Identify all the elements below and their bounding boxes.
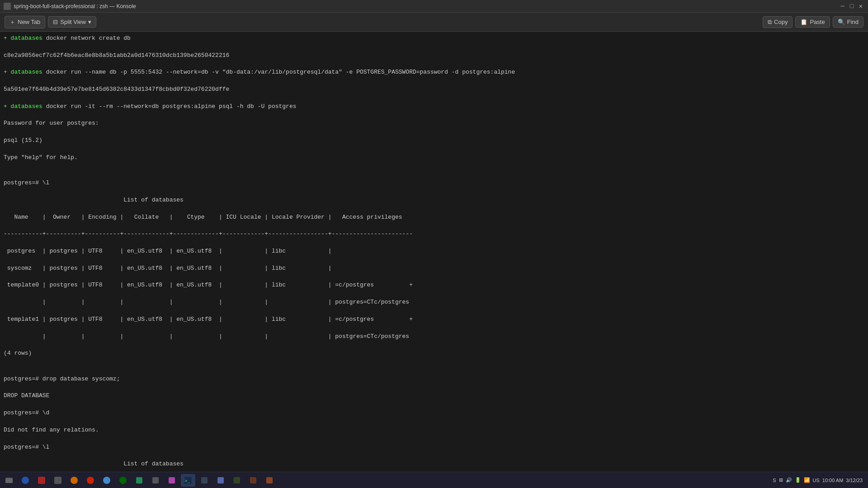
system-tray: S ⊞ 🔊 🔋 📶 US 10:00 AM 3/12/23 [773,477,866,483]
paste-label: Paste [810,19,825,25]
taskbar-app-5[interactable] [83,474,98,487]
new-tab-icon: ＋ [9,18,15,26]
window-controls[interactable]: ─ □ ✕ [839,3,864,10]
svg-point-8 [119,477,127,484]
taskbar-app-11[interactable] [197,474,212,487]
tray-icon-5: 📶 [804,477,810,483]
svg-text:>_: >_ [185,479,190,483]
app-icon [4,3,11,10]
new-tab-label: New Tab [18,19,40,25]
taskbar-app-1[interactable] [18,474,33,487]
svg-rect-4 [54,477,61,484]
tray-icon-4: 🔋 [795,477,801,483]
terminal[interactable]: + databases docker network create db c8e… [0,32,868,472]
locale-indicator: US [813,478,820,483]
svg-rect-17 [250,477,256,483]
maximize-button[interactable]: □ [848,3,855,10]
titlebar-left: spring-boot-full-stack-professional : zs… [4,3,136,10]
svg-rect-3 [38,477,45,484]
tray-icon-2: ⊞ [779,477,783,483]
window-title: spring-boot-full-stack-professional : zs… [14,3,136,9]
clock-date: 3/12/23 [846,478,863,483]
taskbar-app-files[interactable] [2,474,16,487]
svg-point-2 [22,477,29,484]
paste-icon: 📋 [800,19,807,25]
close-button[interactable]: ✕ [857,3,864,10]
svg-rect-18 [266,477,273,483]
find-button[interactable]: 🔍 Find [833,16,863,28]
tray-icon-3: 🔊 [786,477,792,483]
taskbar-app-7[interactable] [116,474,130,487]
svg-rect-1 [5,479,13,483]
taskbar-app-3[interactable] [51,474,65,487]
taskbar-app-12[interactable] [213,474,228,487]
taskbar-app-14[interactable] [246,474,260,487]
taskbar-app-8[interactable] [132,474,146,487]
find-icon: 🔍 [838,19,845,25]
taskbar-app-10[interactable] [165,474,179,487]
new-tab-button[interactable]: ＋ New Tab [5,16,45,28]
split-icon: ⊟ [53,19,58,25]
minimize-button[interactable]: ─ [839,3,846,10]
taskbar-app-2[interactable] [34,474,49,487]
taskbar-app-13[interactable] [230,474,244,487]
split-view-button[interactable]: ⊟ Split View ▾ [48,16,96,28]
taskbar: >_ S ⊞ 🔊 🔋 📶 US 10:00 AM 3/12/23 [0,472,868,488]
taskbar-app-9[interactable] [148,474,163,487]
svg-point-5 [71,477,78,484]
svg-rect-10 [152,477,159,483]
taskbar-app-konsole[interactable]: >_ [181,474,195,487]
taskbar-app-6[interactable] [99,474,114,487]
svg-rect-15 [217,477,224,483]
svg-point-7 [103,477,110,484]
find-label: Find [847,19,859,25]
taskbar-app-15[interactable] [262,474,277,487]
svg-point-6 [87,477,94,484]
split-view-label: Split View [60,19,86,25]
titlebar: spring-boot-full-stack-professional : zs… [0,0,868,13]
tray-icon-1: S [773,478,776,483]
copy-icon: ⧉ [768,19,772,26]
svg-rect-11 [169,477,175,483]
paste-button[interactable]: 📋 Paste [795,16,830,28]
clock-time: 10:00 AM [822,478,843,483]
copy-label: Copy [774,19,788,25]
svg-rect-16 [234,477,240,483]
taskbar-app-4[interactable] [67,474,81,487]
copy-button[interactable]: ⧉ Copy [763,16,793,28]
toolbar: ＋ New Tab ⊟ Split View ▾ ⧉ Copy 📋 Paste … [0,13,868,32]
svg-rect-14 [201,477,208,483]
svg-rect-9 [136,477,142,483]
split-dropdown-icon: ▾ [88,19,91,25]
